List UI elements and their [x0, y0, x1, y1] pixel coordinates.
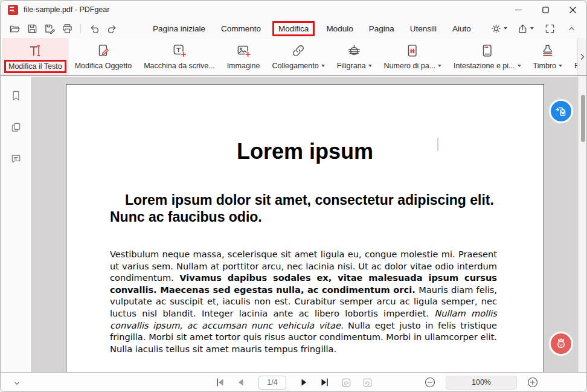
theme-button[interactable]: [489, 21, 509, 36]
dropdown-caret-icon: [321, 65, 325, 67]
tool-modifica-oggetto[interactable]: Modifica Oggetto: [69, 38, 138, 76]
collapse-sidebar-button[interactable]: [9, 375, 25, 391]
next-page-button[interactable]: [295, 374, 312, 390]
first-page-button[interactable]: [211, 374, 228, 390]
dropdown-caret-icon: [368, 65, 372, 67]
zoom-out-icon: [423, 376, 437, 389]
toolbar-overflow-button[interactable]: [577, 38, 586, 76]
collapse-ribbon-button[interactable]: [563, 21, 579, 36]
open-file-button[interactable]: [7, 21, 22, 36]
pdf-to-word-icon: [554, 104, 568, 118]
text-edit-cursor: [437, 138, 438, 151]
pdf-subheading[interactable]: Lorem ipsum dolor sit amet, consectetur …: [110, 192, 497, 225]
next-page-icon: [298, 376, 310, 388]
image-add-icon: [236, 43, 251, 59]
stamp-icon: [540, 43, 556, 59]
tool-timbro[interactable]: Timbro: [527, 38, 568, 76]
window-controls: [505, 1, 586, 19]
previous-page-button[interactable]: [233, 374, 249, 390]
bookmarks-panel-button[interactable]: [8, 88, 24, 103]
pdfgear-logo-icon: [8, 5, 18, 15]
tool-filigrana[interactable]: Filigrana: [331, 38, 378, 76]
last-page-button[interactable]: [316, 374, 333, 390]
save-button[interactable]: [24, 21, 40, 36]
close-button[interactable]: [559, 1, 586, 19]
tool-intestazione-e-pie[interactable]: Intestazione e pi...: [447, 38, 527, 76]
left-panel-bar: [1, 77, 31, 372]
pdf-heading[interactable]: Lorem ipsum: [66, 139, 544, 164]
export-button[interactable]: [515, 21, 536, 36]
close-icon: [569, 7, 576, 13]
redo-icon: [106, 23, 118, 34]
document-viewer[interactable]: Lorem ipsum Lorem ipsum dolor sit amet, …: [31, 77, 586, 372]
vertical-scrollbar[interactable]: [578, 77, 586, 372]
print-icon: [62, 23, 73, 34]
chevron-down-icon: [11, 378, 22, 388]
title-bar: file-sample.pdf - PDFgear: [1, 1, 586, 19]
pdf-page[interactable]: Lorem ipsum Lorem ipsum dolor sit amet, …: [66, 84, 544, 372]
convert-to-word-button[interactable]: [549, 99, 573, 123]
page-indicator-input[interactable]: 1/4: [258, 376, 286, 390]
status-bar: 1/4 100%: [1, 372, 586, 391]
tool-label: Immagine: [227, 62, 260, 70]
zoom-in-button[interactable]: [525, 374, 540, 390]
rotate-left-button[interactable]: [338, 374, 354, 390]
menu-modifica[interactable]: Modifica: [272, 21, 315, 36]
link-icon: [290, 43, 306, 59]
tool-label: Collegamento: [272, 62, 319, 70]
tool-macchina-da-scrivere[interactable]: Macchina da scrive...: [138, 38, 220, 76]
tool-label: Filigrana: [337, 62, 366, 70]
tool-immagine[interactable]: Immagine: [221, 38, 266, 76]
minimize-icon: [515, 7, 522, 13]
menu-commento[interactable]: Commento: [221, 23, 261, 34]
save-as-button[interactable]: [42, 21, 57, 36]
print-button[interactable]: [59, 21, 75, 36]
header-footer-icon: [480, 43, 495, 59]
redo-button[interactable]: [104, 21, 120, 36]
save-icon: [27, 23, 38, 34]
comment-icon: [10, 152, 22, 165]
comments-panel-button[interactable]: [8, 150, 24, 166]
page-navigation: 1/4: [211, 373, 376, 392]
scrollbar-thumb[interactable]: [581, 95, 585, 142]
typewriter-icon: [172, 43, 187, 59]
main-area: Lorem ipsum Lorem ipsum dolor sit amet, …: [1, 77, 586, 372]
undo-button[interactable]: [86, 21, 102, 36]
menu-utensili[interactable]: Utensili: [410, 23, 437, 34]
undo-icon: [89, 23, 100, 34]
menu-pagina[interactable]: Pagina: [369, 23, 394, 34]
ribbon-toolbar: Modifica il Testo Modifica Oggetto Macch…: [1, 38, 586, 76]
maximize-button[interactable]: [532, 1, 559, 19]
pages-panel-button[interactable]: [8, 119, 24, 135]
menu-modulo[interactable]: Modulo: [326, 23, 353, 34]
robot-assistant-icon: [554, 336, 568, 351]
tool-label: Macchina da scrive...: [144, 62, 214, 70]
menu-aiuto[interactable]: Aiuto: [452, 23, 471, 34]
first-page-icon: [214, 376, 226, 388]
watermark-icon: [347, 43, 362, 59]
tool-label: Intestazione e pi...: [454, 62, 515, 70]
menu-row: Pagina iniziale Commento Modifica Modulo…: [1, 19, 586, 38]
tool-numero-di-pagina[interactable]: Numero di pa...: [378, 38, 447, 76]
fullscreen-button[interactable]: [542, 21, 557, 36]
export-icon: [517, 23, 528, 34]
edit-object-icon: [95, 43, 111, 59]
rotate-right-icon: [361, 376, 374, 389]
pdf-paragraph[interactable]: Vestibulum neque massa, scelerisque sit …: [110, 248, 497, 355]
last-page-icon: [319, 376, 331, 388]
minimize-button[interactable]: [505, 1, 532, 19]
dropdown-caret-icon: [518, 65, 521, 67]
chevron-down-icon: [504, 27, 507, 30]
zoom-in-icon: [526, 376, 539, 389]
zoom-out-button[interactable]: [422, 374, 438, 390]
menu-pagina-iniziale[interactable]: Pagina iniziale: [153, 23, 205, 34]
toolbar-separator: [80, 24, 81, 33]
tool-modifica-il-testo[interactable]: Modifica il Testo: [2, 38, 69, 76]
tool-collegamento[interactable]: Collegamento: [266, 38, 331, 76]
ai-assistant-button[interactable]: [549, 332, 573, 356]
open-icon: [9, 23, 21, 34]
zoom-level-display[interactable]: 100%: [446, 376, 517, 390]
menu-row-right: [489, 21, 579, 36]
chevron-up-icon: [566, 23, 577, 34]
rotate-right-button[interactable]: [359, 374, 376, 390]
